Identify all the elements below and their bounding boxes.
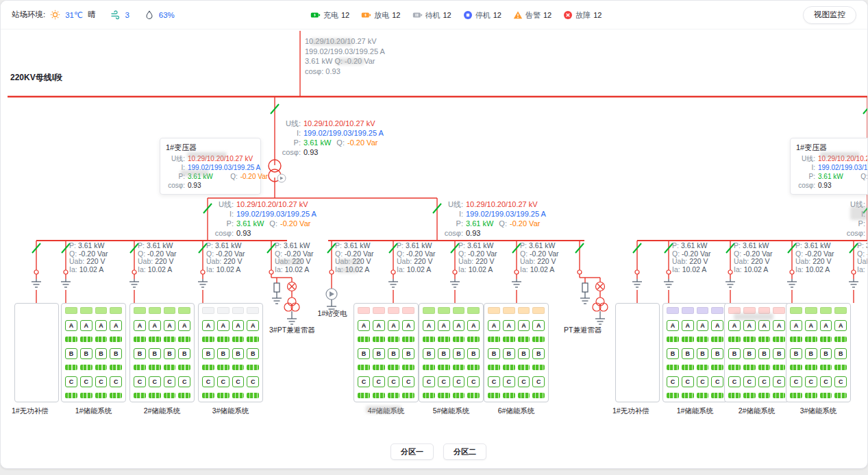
feeder-pt-center[interactable] (575, 241, 608, 324)
battery-soc-bar (402, 337, 414, 342)
device-label: PT兼避雷器 (564, 326, 602, 335)
battery-soc-bar (805, 337, 817, 342)
battery-cell-C: C (773, 376, 785, 387)
legend-stopped[interactable]: 停机 12 (463, 10, 501, 21)
battery-rack-box[interactable]: ABCABCABCABC (724, 303, 789, 402)
battery-cell-A: A (164, 320, 176, 331)
feeder-measurements: P:3.61 kWQ:-0.20 VarUab:220 VIa:10.02 A (69, 242, 108, 273)
measure-label: Ia: (458, 265, 467, 273)
battery-cell-C: C (682, 376, 694, 387)
measure-label: Uab: (672, 257, 687, 265)
transformer-2-card[interactable]: 1#变压器 U线:10.29/10.20/10.27 kVI:199.02/19… (790, 138, 868, 195)
measure-value: -0.20 Var (280, 219, 310, 228)
zone-2-button[interactable]: 分区二 (443, 443, 486, 460)
measure-label: Ia: (857, 265, 865, 273)
header-bar: 站场环境: 31℃ 晴 3 (1, 1, 867, 29)
battery-rack-box[interactable]: ABCABCABCABC (786, 303, 851, 402)
battery-cell-A: A (697, 320, 709, 331)
battery-soc-bar (518, 393, 530, 398)
battery-soc-bar (758, 393, 771, 398)
battery-status-indicator (232, 307, 245, 314)
measure-row: Ia:10.02 A (734, 266, 773, 274)
measure-value: 199.02/199.03/199.25 A (236, 210, 317, 218)
measure-value: -0.20 Var (347, 138, 377, 147)
battery-cell-A: A (820, 320, 832, 331)
battery-system-6: ABCABCABCABC6#储能系统 (484, 303, 549, 416)
battery-soc-bar (110, 365, 122, 370)
battery-status-indicator (95, 307, 108, 314)
measure-row: Ia:10.02 A (275, 266, 314, 274)
battery-soc-bar (667, 393, 679, 398)
reactive-compensation-box-right[interactable] (615, 303, 660, 402)
battery-soc-bar (217, 337, 230, 342)
battery-status-indicator (247, 307, 259, 314)
transformer-1-card[interactable]: 1#变压器 U线:10.29/10.20/10.27 kVI:199.02/19… (160, 138, 261, 195)
battery-rack-box[interactable]: ABCABCABCABC (198, 303, 263, 402)
measure-value: 0.93 (818, 182, 831, 189)
measure-label: U线: (277, 119, 301, 128)
measure-label: Uab: (857, 257, 868, 265)
measure-row: I:199.02/199.03/199.25 A (842, 209, 868, 219)
legend-label: 告警 (525, 10, 541, 21)
battery-soc-bar (65, 337, 77, 342)
legend-charging[interactable]: 充电 12 (310, 10, 349, 21)
measure-value: 3.61 kW (78, 241, 105, 249)
battery-rack-box[interactable]: ABCABCABCABC (354, 303, 419, 402)
measure-line: 3.61 kW Q: -0.20 Var (305, 56, 385, 66)
battery-soc-bar (711, 365, 723, 370)
battery-rack-box[interactable]: ABCABCABCABC (662, 303, 728, 402)
battery-system-label: 5#储能系统 (419, 406, 484, 416)
transformer-1-symbol[interactable] (269, 160, 286, 182)
legend-alarm[interactable]: 告警 12 (513, 10, 551, 21)
battery-cell-A: A (743, 320, 756, 331)
battery-soc-bar (488, 393, 500, 398)
reactive-compensation-box-left[interactable] (14, 303, 59, 402)
measure-label: P: (520, 241, 527, 249)
legend-fault[interactable]: 故障 12 (563, 10, 602, 21)
battery-rack-box[interactable]: ABCABCABCABC (484, 303, 549, 402)
battery-cell-A: A (232, 320, 245, 331)
measure-label: Q: (397, 249, 404, 258)
battery-cell-B: B (80, 348, 92, 359)
battery-rack-column: ABC (164, 307, 176, 398)
battery-cell-B: B (202, 348, 214, 359)
measure-value: 220 V (689, 257, 708, 265)
measure-label: Ia: (275, 265, 283, 273)
measure-label: Uab: (458, 257, 473, 265)
weather-value: 晴 (88, 10, 96, 20)
battery-cell-C: C (711, 376, 723, 387)
status-legend: 充电 12 放电 12 待机 12 (310, 1, 602, 29)
battery-status-indicator (743, 307, 756, 314)
zone-1-button[interactable]: 分区一 (390, 443, 434, 460)
battery-soc-bar (373, 337, 385, 342)
battery-cell-B: B (217, 348, 230, 359)
measure-label: P: (458, 241, 465, 249)
feeder-reactive-right[interactable] (632, 241, 642, 303)
battery-rack-box[interactable]: ABCABCABCABC (419, 303, 484, 402)
legend-standby[interactable]: 待机 12 (412, 10, 451, 21)
measure-label: I: (440, 209, 463, 219)
measure-value: -0.20 Var (468, 249, 497, 258)
humidity-icon (145, 10, 154, 20)
measure-row: U线:10.29/10.20/10.27 kV (210, 199, 317, 209)
measure-row: Ia:10.02 A (335, 266, 374, 274)
measure-value: 10.02 A (530, 265, 555, 273)
measure-value: 220 V (155, 257, 173, 265)
measure-row: Ia:10.02 A (138, 266, 177, 274)
battery-rack-box[interactable]: ABCABCABCABC (129, 303, 195, 402)
measure-label: P: (397, 241, 404, 249)
battery-rack-column: ABC (758, 307, 771, 398)
legend-label: 故障 (575, 10, 591, 21)
measure-row: P:3.61 kWQ:-0.20 Var (842, 219, 868, 228)
battery-soc-bar (202, 365, 214, 370)
battery-status-indicator (178, 307, 190, 314)
measure-value: -0.20 Var (216, 249, 245, 258)
measure-value: 220 V (86, 257, 105, 265)
legend-discharging[interactable]: 放电 12 (361, 10, 400, 21)
feeder-reactive-left[interactable] (32, 241, 41, 303)
battery-cell-A: A (65, 320, 77, 331)
view-monitor-button[interactable]: 视图监控 (803, 6, 856, 24)
battery-system-label: 2#储能系统 (129, 406, 195, 416)
battery-rack-box[interactable]: ABCABCABCABC (61, 303, 126, 402)
measure-value: 10.29/10.20/10.27 kV (818, 155, 868, 162)
